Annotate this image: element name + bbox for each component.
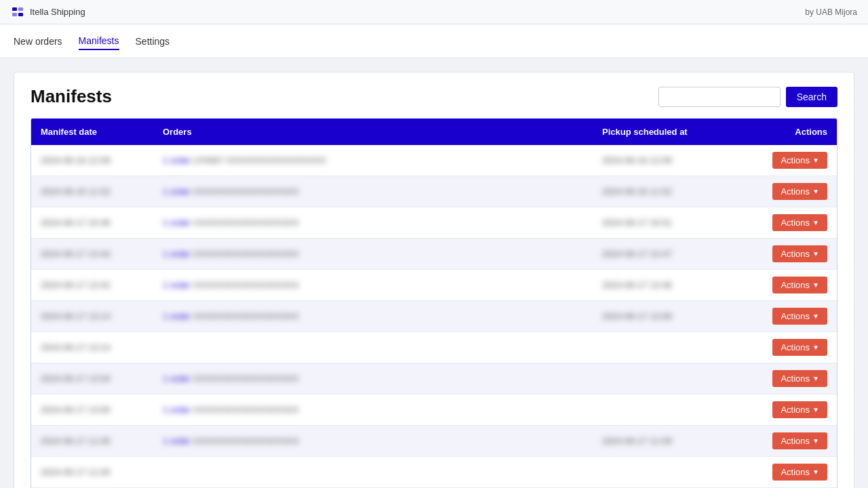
actions-button[interactable]: Actions ▼ xyxy=(772,308,827,325)
order-count[interactable]: 1 order xyxy=(163,218,191,228)
order-label: XXXXXXXXXXXXXXXXXX xyxy=(193,280,299,290)
search-button[interactable]: Search xyxy=(786,87,837,107)
cell-manifest-date: 2024-06-17 13:14 xyxy=(31,301,153,332)
actions-button[interactable]: Actions ▼ xyxy=(772,464,827,481)
search-input[interactable] xyxy=(658,87,781,107)
order-label: XXXXXXXXXXXXXXXXXX xyxy=(193,436,299,446)
actions-button[interactable]: Actions ▼ xyxy=(772,370,827,387)
actions-button[interactable]: Actions ▼ xyxy=(772,432,827,449)
cell-orders xyxy=(153,332,593,363)
order-count[interactable]: 1 order xyxy=(163,436,191,446)
order-count[interactable]: 1 order xyxy=(163,155,191,165)
table-header-row: Manifest date Orders Pickup scheduled at… xyxy=(31,119,837,145)
order-label: XXXXXXXXXXXXXXXXXX xyxy=(193,186,299,197)
order-count[interactable]: 1 order xyxy=(163,373,191,384)
actions-button[interactable]: Actions ▼ xyxy=(772,401,827,418)
table-row: 2024-06-17 13:041 order XXXXXXXXXXXXXXXX… xyxy=(31,363,837,394)
page-title-row: Manifests Search xyxy=(31,86,837,107)
svg-rect-3 xyxy=(18,13,23,16)
actions-button[interactable]: Actions ▼ xyxy=(772,214,827,231)
cell-pickup: 2024-06-17 13:47 xyxy=(593,239,742,270)
cell-manifest-date: 2024-06-16 11:52 xyxy=(31,176,153,207)
cell-manifest-date: 2024-06-17 13:04 xyxy=(31,363,153,394)
cell-actions: Actions ▼ xyxy=(742,176,837,207)
nav-new-orders[interactable]: New orders xyxy=(14,33,62,49)
cell-orders: 1 order LP4567 XXXXXXXXXXXXXXXXX xyxy=(153,145,593,176)
cell-manifest-date: 2024-06-16 12:09 xyxy=(31,145,153,176)
caret-icon: ▼ xyxy=(812,219,819,226)
caret-icon: ▼ xyxy=(812,281,819,289)
cell-actions: Actions ▼ xyxy=(742,301,837,332)
actions-button[interactable]: Actions ▼ xyxy=(772,152,827,169)
svg-rect-0 xyxy=(12,7,17,11)
cell-pickup xyxy=(593,394,742,426)
cell-pickup: 2024-06-17 10:51 xyxy=(593,207,742,239)
actions-button[interactable]: Actions ▼ xyxy=(772,277,827,293)
order-count[interactable]: 1 order xyxy=(163,249,191,259)
nav-settings[interactable]: Settings xyxy=(136,33,170,49)
cell-pickup: 2024-06-17 13:48 xyxy=(593,270,742,301)
svg-rect-2 xyxy=(12,13,17,16)
caret-icon: ▼ xyxy=(812,312,819,320)
order-count[interactable]: 1 order xyxy=(163,280,191,290)
cell-manifest-date: 2024-06-17 10:46 xyxy=(31,207,153,239)
brand-label: Itella Shipping xyxy=(30,7,85,17)
brand-icon xyxy=(11,5,24,19)
cell-actions: Actions ▼ xyxy=(742,394,837,426)
table-row: 2024-06-17 13:441 order XXXXXXXXXXXXXXXX… xyxy=(31,239,837,270)
cell-manifest-date: 2024-06-17 13:00 xyxy=(31,394,153,426)
table-row: 2024-06-17 13:421 order XXXXXXXXXXXXXXXX… xyxy=(31,270,837,301)
actions-button[interactable]: Actions ▼ xyxy=(772,339,827,356)
table-row: 2024-06-17 11:00Actions ▼ xyxy=(31,457,837,488)
order-label: XXXXXXXXXXXXXXXXXX xyxy=(193,373,299,384)
order-label: LP4567 XXXXXXXXXXXXXXXXX xyxy=(193,155,326,165)
cell-actions: Actions ▼ xyxy=(742,207,837,239)
cell-orders: 1 order XXXXXXXXXXXXXXXXXX xyxy=(153,176,593,207)
cell-pickup: 2024-06-16 12:09 xyxy=(593,145,742,176)
nav-manifests[interactable]: Manifests xyxy=(79,33,119,50)
order-label: XXXXXXXXXXXXXXXXXX xyxy=(193,311,299,321)
cell-orders xyxy=(153,457,593,488)
cell-actions: Actions ▼ xyxy=(742,332,837,363)
cell-pickup: 2024-06-16 11:52 xyxy=(593,176,742,207)
table-row: 2024-06-17 13:001 order XXXXXXXXXXXXXXXX… xyxy=(31,394,837,426)
order-count[interactable]: 1 order xyxy=(163,186,191,197)
table-row: 2024-06-17 10:461 order XXXXXXXXXXXXXXXX… xyxy=(31,207,837,239)
cell-pickup xyxy=(593,332,742,363)
main-content: Manifests Search Manifest date Orders Pi… xyxy=(0,58,868,488)
cell-actions: Actions ▼ xyxy=(742,239,837,270)
order-count[interactable]: 1 order xyxy=(163,405,191,415)
attribution: by UAB Mijora xyxy=(805,7,857,17)
actions-button[interactable]: Actions ▼ xyxy=(772,183,827,200)
table-row: 2024-06-16 12:091 order LP4567 XXXXXXXXX… xyxy=(31,145,837,176)
cell-manifest-date: 2024-06-17 11:00 xyxy=(31,426,153,457)
caret-icon: ▼ xyxy=(812,157,819,164)
cell-manifest-date: 2024-06-17 13:42 xyxy=(31,270,153,301)
table-row: 2024-06-17 13:141 order XXXXXXXXXXXXXXXX… xyxy=(31,301,837,332)
cell-manifest-date: 2024-06-17 13:44 xyxy=(31,239,153,270)
actions-button[interactable]: Actions ▼ xyxy=(772,245,827,262)
topbar: Itella Shipping by UAB Mijora xyxy=(0,0,868,24)
cell-pickup xyxy=(593,457,742,488)
cell-manifest-date: 2024-06-17 11:00 xyxy=(31,457,153,488)
cell-orders: 1 order XXXXXXXXXXXXXXXXXX xyxy=(153,270,593,301)
manifests-table: Manifest date Orders Pickup scheduled at… xyxy=(31,119,837,488)
cell-orders: 1 order XXXXXXXXXXXXXXXXXX xyxy=(153,239,593,270)
cell-pickup: 2024-06-17 13:09 xyxy=(593,301,742,332)
cell-orders: 1 order XXXXXXXXXXXXXXXXXX xyxy=(153,426,593,457)
cell-orders: 1 order XXXXXXXXXXXXXXXXXX xyxy=(153,394,593,426)
cell-pickup: 2024-06-17 11:09 xyxy=(593,426,742,457)
search-area: Search xyxy=(658,87,837,107)
order-label: XXXXXXXXXXXXXXXXXX xyxy=(193,249,299,259)
cell-manifest-date: 2024-06-17 13:14 xyxy=(31,332,153,363)
page-header: Manifests Search Manifest date Orders Pi… xyxy=(14,72,854,488)
brand: Itella Shipping xyxy=(11,5,85,19)
navbar: New orders Manifests Settings xyxy=(0,24,868,58)
caret-icon: ▼ xyxy=(812,375,819,382)
caret-icon: ▼ xyxy=(812,344,819,351)
caret-icon: ▼ xyxy=(812,437,819,445)
cell-orders: 1 order XXXXXXXXXXXXXXXXXX xyxy=(153,301,593,332)
col-header-pickup: Pickup scheduled at xyxy=(593,119,742,145)
manifests-table-wrap: Manifest date Orders Pickup scheduled at… xyxy=(31,118,837,488)
order-count[interactable]: 1 order xyxy=(163,311,191,321)
